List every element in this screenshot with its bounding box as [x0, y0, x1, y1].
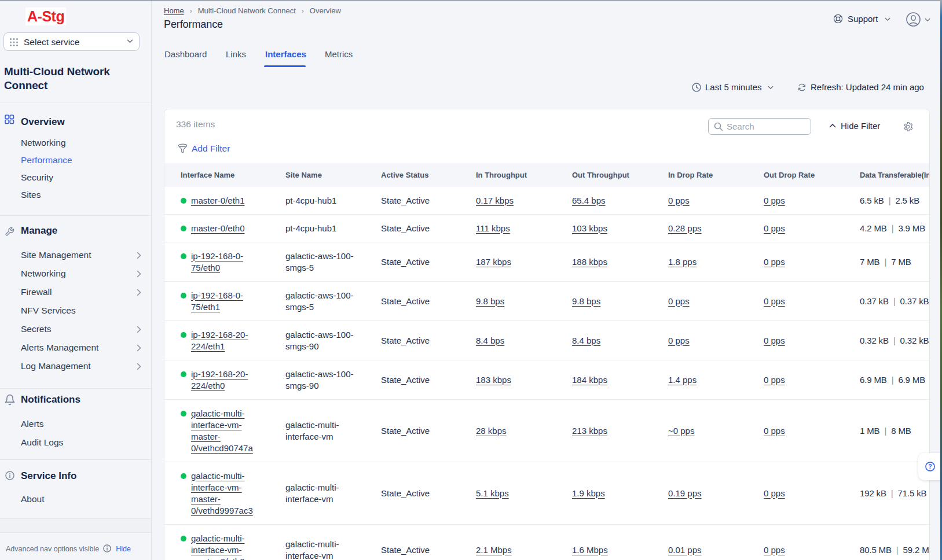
svg-text:?: ?	[928, 463, 932, 470]
